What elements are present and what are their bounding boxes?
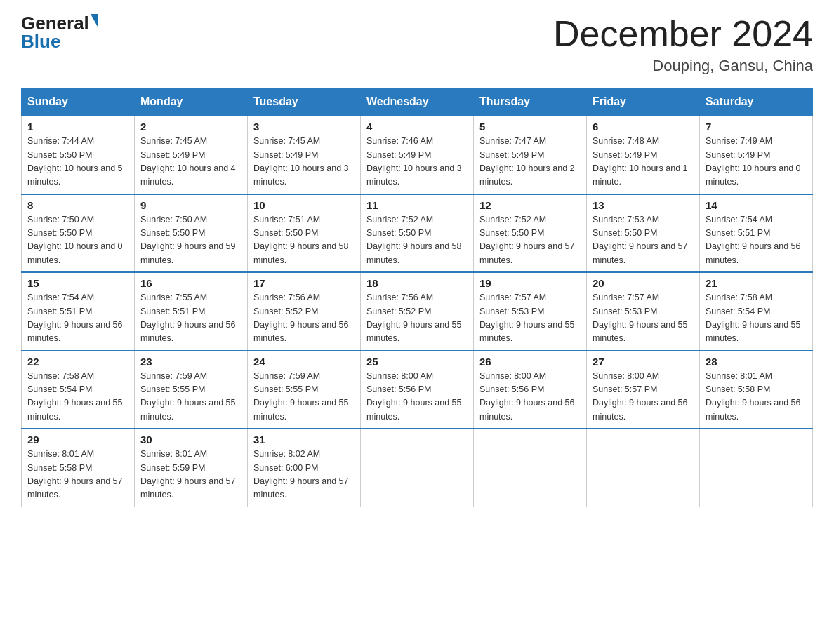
calendar-cell: 9Sunrise: 7:50 AMSunset: 5:50 PMDaylight… [135, 194, 248, 273]
day-number: 26 [479, 356, 581, 368]
day-number: 19 [479, 277, 581, 289]
calendar-cell [700, 429, 813, 507]
day-number: 1 [27, 121, 128, 133]
day-info: Sunrise: 7:53 AMSunset: 5:50 PMDaylight:… [593, 213, 694, 268]
day-info: Sunrise: 7:49 AMSunset: 5:49 PMDaylight:… [706, 135, 807, 189]
day-number: 8 [27, 199, 128, 211]
day-number: 3 [253, 121, 355, 133]
logo-triangle-icon [91, 14, 98, 27]
day-info: Sunrise: 7:52 AMSunset: 5:50 PMDaylight:… [479, 213, 581, 268]
calendar-cell: 8Sunrise: 7:50 AMSunset: 5:50 PMDaylight… [22, 194, 135, 273]
calendar-cell: 17Sunrise: 7:56 AMSunset: 5:52 PMDayligh… [248, 272, 361, 351]
calendar-cell: 30Sunrise: 8:01 AMSunset: 5:59 PMDayligh… [135, 429, 248, 507]
day-info: Sunrise: 7:58 AMSunset: 5:54 PMDaylight:… [706, 291, 807, 346]
calendar-cell: 28Sunrise: 8:01 AMSunset: 5:58 PMDayligh… [700, 351, 813, 429]
day-number: 15 [27, 277, 128, 289]
month-title: December 2024 [553, 14, 813, 54]
week-row-2: 8Sunrise: 7:50 AMSunset: 5:50 PMDaylight… [22, 194, 813, 273]
day-number: 29 [27, 434, 128, 445]
day-number: 31 [253, 434, 355, 445]
day-number: 7 [706, 121, 807, 133]
calendar-cell: 13Sunrise: 7:53 AMSunset: 5:50 PMDayligh… [587, 194, 700, 273]
calendar-cell: 22Sunrise: 7:58 AMSunset: 5:54 PMDayligh… [22, 351, 135, 429]
day-info: Sunrise: 7:48 AMSunset: 5:49 PMDaylight:… [593, 135, 694, 189]
day-info: Sunrise: 7:47 AMSunset: 5:49 PMDaylight:… [479, 135, 581, 189]
day-info: Sunrise: 7:51 AMSunset: 5:50 PMDaylight:… [253, 213, 355, 268]
logo-general-text: General [21, 14, 89, 32]
day-number: 10 [253, 199, 355, 211]
weekday-thursday: Thursday [474, 88, 587, 116]
day-number: 9 [140, 199, 241, 211]
calendar-cell: 3Sunrise: 7:45 AMSunset: 5:49 PMDaylight… [248, 116, 361, 194]
weekday-sunday: Sunday [22, 88, 135, 116]
calendar-cell: 4Sunrise: 7:46 AMSunset: 5:49 PMDaylight… [361, 116, 474, 194]
day-number: 27 [593, 356, 694, 368]
day-info: Sunrise: 7:46 AMSunset: 5:49 PMDaylight:… [366, 135, 468, 189]
calendar-cell: 5Sunrise: 7:47 AMSunset: 5:49 PMDaylight… [474, 116, 587, 194]
day-number: 17 [253, 277, 355, 289]
day-info: Sunrise: 8:00 AMSunset: 5:56 PMDaylight:… [366, 370, 468, 424]
day-info: Sunrise: 7:59 AMSunset: 5:55 PMDaylight:… [140, 370, 241, 424]
calendar-cell: 7Sunrise: 7:49 AMSunset: 5:49 PMDaylight… [700, 116, 813, 194]
day-info: Sunrise: 7:54 AMSunset: 5:51 PMDaylight:… [27, 291, 128, 346]
page-header: General Blue December 2024 Douping, Gans… [21, 14, 813, 75]
calendar-cell [587, 429, 700, 507]
day-number: 13 [593, 199, 694, 211]
day-info: Sunrise: 8:01 AMSunset: 5:59 PMDaylight:… [140, 448, 241, 502]
calendar-cell [361, 429, 474, 507]
day-number: 20 [593, 277, 694, 289]
calendar-cell: 21Sunrise: 7:58 AMSunset: 5:54 PMDayligh… [700, 272, 813, 351]
calendar-cell: 25Sunrise: 8:00 AMSunset: 5:56 PMDayligh… [361, 351, 474, 429]
week-row-3: 15Sunrise: 7:54 AMSunset: 5:51 PMDayligh… [22, 272, 813, 351]
day-number: 12 [479, 199, 581, 211]
day-info: Sunrise: 7:54 AMSunset: 5:51 PMDaylight:… [706, 213, 807, 268]
day-number: 24 [253, 356, 355, 368]
calendar-cell: 1Sunrise: 7:44 AMSunset: 5:50 PMDaylight… [22, 116, 135, 194]
day-number: 21 [706, 277, 807, 289]
week-row-1: 1Sunrise: 7:44 AMSunset: 5:50 PMDaylight… [22, 116, 813, 194]
day-number: 16 [140, 277, 241, 289]
calendar-cell: 31Sunrise: 8:02 AMSunset: 6:00 PMDayligh… [248, 429, 361, 507]
weekday-friday: Friday [587, 88, 700, 116]
day-number: 11 [366, 199, 468, 211]
calendar-cell: 29Sunrise: 8:01 AMSunset: 5:58 PMDayligh… [22, 429, 135, 507]
calendar-cell: 16Sunrise: 7:55 AMSunset: 5:51 PMDayligh… [135, 272, 248, 351]
calendar-cell: 26Sunrise: 8:00 AMSunset: 5:56 PMDayligh… [474, 351, 587, 429]
weekday-wednesday: Wednesday [361, 88, 474, 116]
weekday-tuesday: Tuesday [248, 88, 361, 116]
calendar-cell: 11Sunrise: 7:52 AMSunset: 5:50 PMDayligh… [361, 194, 474, 273]
calendar-cell: 14Sunrise: 7:54 AMSunset: 5:51 PMDayligh… [700, 194, 813, 273]
location-title: Douping, Gansu, China [553, 57, 813, 75]
calendar-cell: 2Sunrise: 7:45 AMSunset: 5:49 PMDaylight… [135, 116, 248, 194]
title-block: December 2024 Douping, Gansu, China [553, 14, 813, 75]
day-info: Sunrise: 8:01 AMSunset: 5:58 PMDaylight:… [706, 370, 807, 424]
logo-blue-text: Blue [21, 32, 60, 51]
day-number: 18 [366, 277, 468, 289]
calendar-cell: 23Sunrise: 7:59 AMSunset: 5:55 PMDayligh… [135, 351, 248, 429]
day-number: 22 [27, 356, 128, 368]
day-number: 4 [366, 121, 468, 133]
calendar-cell: 27Sunrise: 8:00 AMSunset: 5:57 PMDayligh… [587, 351, 700, 429]
calendar-cell [474, 429, 587, 507]
calendar-cell: 24Sunrise: 7:59 AMSunset: 5:55 PMDayligh… [248, 351, 361, 429]
calendar-cell: 15Sunrise: 7:54 AMSunset: 5:51 PMDayligh… [22, 272, 135, 351]
day-number: 25 [366, 356, 468, 368]
day-info: Sunrise: 7:52 AMSunset: 5:50 PMDaylight:… [366, 213, 468, 268]
calendar-cell: 12Sunrise: 7:52 AMSunset: 5:50 PMDayligh… [474, 194, 587, 273]
day-number: 23 [140, 356, 241, 368]
weekday-saturday: Saturday [700, 88, 813, 116]
day-info: Sunrise: 7:45 AMSunset: 5:49 PMDaylight:… [140, 135, 241, 189]
calendar-table: SundayMondayTuesdayWednesdayThursdayFrid… [21, 88, 813, 507]
weekday-header-row: SundayMondayTuesdayWednesdayThursdayFrid… [22, 88, 813, 116]
day-number: 5 [479, 121, 581, 133]
calendar-cell: 18Sunrise: 7:56 AMSunset: 5:52 PMDayligh… [361, 272, 474, 351]
day-info: Sunrise: 8:02 AMSunset: 6:00 PMDaylight:… [253, 448, 355, 502]
day-info: Sunrise: 8:01 AMSunset: 5:58 PMDaylight:… [27, 448, 128, 502]
day-number: 30 [140, 434, 241, 445]
calendar-cell: 6Sunrise: 7:48 AMSunset: 5:49 PMDaylight… [587, 116, 700, 194]
day-info: Sunrise: 8:00 AMSunset: 5:56 PMDaylight:… [479, 370, 581, 424]
day-info: Sunrise: 7:56 AMSunset: 5:52 PMDaylight:… [253, 291, 355, 346]
day-info: Sunrise: 7:44 AMSunset: 5:50 PMDaylight:… [27, 135, 128, 189]
day-info: Sunrise: 7:55 AMSunset: 5:51 PMDaylight:… [140, 291, 241, 346]
day-number: 28 [706, 356, 807, 368]
